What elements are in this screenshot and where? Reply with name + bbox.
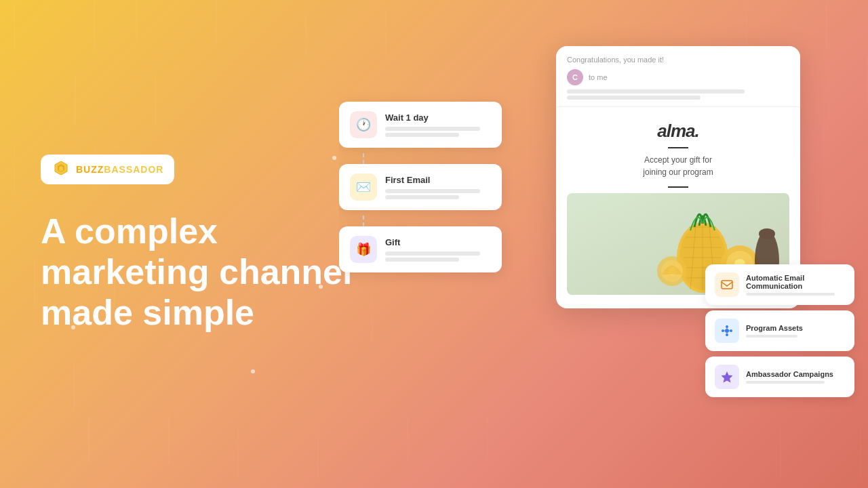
gift-lines bbox=[385, 251, 491, 262]
wait-icon: 🕐 bbox=[350, 111, 377, 138]
email-comm-svg bbox=[720, 278, 734, 291]
program-assets-icon bbox=[715, 319, 739, 343]
workflow-card-wait: 🕐 Wait 1 day bbox=[339, 102, 502, 148]
logo-text: BUZZBASSADOR bbox=[76, 164, 163, 175]
feature-cards: Automatic Email Communication bbox=[705, 264, 854, 397]
ambassador-svg bbox=[720, 370, 734, 384]
svg-marker-33 bbox=[722, 371, 733, 383]
program-assets-svg bbox=[720, 324, 734, 338]
workflow-column: 🕐 Wait 1 day ✉️ First Email bbox=[339, 102, 502, 367]
gl1 bbox=[385, 251, 480, 256]
fcl1 bbox=[746, 293, 835, 296]
sender-avatar: C bbox=[567, 69, 583, 85]
ambassador-icon bbox=[715, 365, 739, 389]
line-1 bbox=[567, 89, 745, 94]
brand-divider-2 bbox=[668, 186, 688, 188]
email-content: First Email bbox=[385, 175, 491, 199]
connector-1 bbox=[363, 153, 364, 164]
connector-2 bbox=[363, 216, 364, 226]
line-2 bbox=[567, 96, 701, 100]
gift-title: Gift bbox=[385, 237, 491, 247]
email-comm-text: Automatic Email Communication bbox=[746, 274, 845, 296]
program-assets-text: Program Assets bbox=[746, 324, 803, 338]
gl2 bbox=[385, 258, 459, 262]
svg-point-19 bbox=[759, 228, 775, 239]
wait-title: Wait 1 day bbox=[385, 113, 491, 123]
wait-lines bbox=[385, 127, 491, 137]
logo-icon bbox=[52, 160, 71, 179]
headline: A complex marketing channel made simple bbox=[41, 211, 380, 333]
sender-info: to me bbox=[589, 73, 608, 81]
feature-card-program-assets: Program Assets bbox=[705, 310, 854, 351]
workflow-card-gift: 🎁 Gift bbox=[339, 226, 502, 272]
feature-card-ambassador: Ambassador Campaigns bbox=[705, 357, 854, 397]
logo-badge: BUZZBASSADOR bbox=[41, 155, 174, 184]
gift-content: Gift bbox=[385, 237, 491, 262]
wait-content: Wait 1 day bbox=[385, 113, 491, 137]
svg-rect-23 bbox=[722, 281, 732, 289]
ambassador-text: Ambassador Campaigns bbox=[746, 370, 833, 384]
email-body-text: Accept your gift for joining our program bbox=[567, 154, 789, 178]
right-area: Congratulations, you made it! C to me al… bbox=[339, 0, 868, 488]
email-comm-icon bbox=[715, 272, 739, 297]
email-icon: ✉️ bbox=[350, 174, 377, 201]
email-lines bbox=[385, 189, 491, 199]
email-sender: C to me bbox=[567, 69, 789, 85]
fcl3 bbox=[746, 381, 825, 384]
header-lines bbox=[567, 89, 789, 100]
feature-card-email-comm: Automatic Email Communication bbox=[705, 264, 854, 305]
workflow-card-email: ✉️ First Email bbox=[339, 164, 502, 210]
program-assets-label: Program Assets bbox=[746, 324, 803, 332]
email-subject: Congratulations, you made it! bbox=[567, 56, 789, 64]
email-title: First Email bbox=[385, 175, 491, 185]
fcl2 bbox=[746, 335, 797, 338]
el1 bbox=[385, 189, 480, 193]
ambassador-label: Ambassador Campaigns bbox=[746, 370, 833, 378]
wl1 bbox=[385, 127, 480, 131]
el2 bbox=[385, 195, 459, 199]
email-comm-label: Automatic Email Communication bbox=[746, 274, 845, 290]
svg-point-24 bbox=[725, 329, 729, 333]
email-header: Congratulations, you made it! C to me bbox=[556, 46, 800, 107]
gift-icon: 🎁 bbox=[350, 236, 377, 263]
brand-divider bbox=[668, 147, 688, 148]
left-panel: BUZZBASSADOR A complex marketing channel… bbox=[41, 0, 380, 488]
wl2 bbox=[385, 133, 459, 137]
brand-name: alma. bbox=[567, 121, 789, 142]
